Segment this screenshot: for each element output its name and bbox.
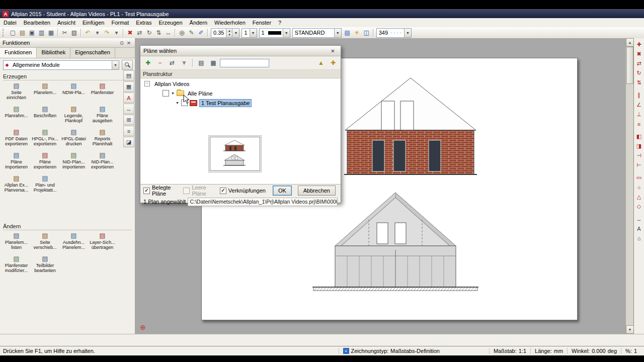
function-tool[interactable]: ▤HPGL-, Pix... exportieren xyxy=(31,128,59,151)
belegte-plaene-checkbox[interactable] xyxy=(143,188,150,194)
function-tool[interactable]: ▤Planrahm... xyxy=(2,105,31,128)
text-functions-icon[interactable]: A xyxy=(123,93,134,103)
parallel-icon[interactable]: ∥ xyxy=(634,90,643,100)
layer-combo[interactable]: STANDARD ▼ xyxy=(292,28,342,38)
tab-funktionen[interactable]: Funktionen xyxy=(0,48,37,58)
function-tool[interactable]: ▤Beschriften xyxy=(31,105,59,128)
dialog-line[interactable] xyxy=(0,334,644,346)
chevron-down-icon[interactable]: ▼ xyxy=(112,61,119,69)
pen-width-spinner[interactable]: ▲▼ xyxy=(226,29,232,37)
polygon-tool-icon[interactable]: △ xyxy=(634,192,643,202)
cancel-button[interactable]: Abbrechen xyxy=(298,186,336,196)
reference-scale-icon[interactable]: ◫ xyxy=(362,28,371,37)
percent-segment[interactable]: %: 1 xyxy=(621,348,641,354)
chevron-down-icon[interactable]: ▼ xyxy=(283,29,290,37)
menu-item-einfgen[interactable]: Einfügen xyxy=(79,19,108,27)
folder-checkbox[interactable] xyxy=(163,90,169,97)
function-tool[interactable]: ▤Plan- und Projektatt... xyxy=(31,174,59,197)
show-all-icon[interactable]: ☀ xyxy=(352,28,362,37)
join-element-icon[interactable]: ◨ xyxy=(634,141,643,151)
list-view-icon[interactable]: ▤ xyxy=(196,58,207,68)
menu-item-fenster[interactable]: Fenster xyxy=(249,19,275,27)
scroll-up-icon[interactable]: ▲ xyxy=(626,38,634,47)
angle-segment[interactable]: Winkel: 0.000 deg xyxy=(567,348,621,354)
circle-tool-icon[interactable]: ○ xyxy=(634,183,643,192)
menu-item-ndern[interactable]: Ändern xyxy=(186,19,211,27)
function-tool[interactable]: ▤Planfenster xyxy=(88,81,117,105)
close-icon[interactable]: ✕ xyxy=(125,38,132,47)
vertical-scrollbar[interactable]: ▲ ▼ xyxy=(625,38,634,334)
function-tool[interactable]: ▤Teilbilder bearbeiten xyxy=(31,254,59,278)
delete-icon[interactable]: ✖ xyxy=(125,28,135,37)
split-element-icon[interactable]: ◧ xyxy=(634,132,643,141)
pen-icon[interactable]: ✎ xyxy=(187,28,196,37)
length-segment[interactable]: Länge: mm xyxy=(530,348,567,354)
drawing-type-segment[interactable]: ≡ Zeichnungstyp: Maßstabs-Definition xyxy=(339,348,444,354)
redo-list-icon[interactable]: ▾ xyxy=(112,28,121,37)
chevron-down-icon[interactable]: ▼ xyxy=(404,29,411,37)
pen-number-combo[interactable]: 349 ···· ▼ xyxy=(376,28,412,38)
chevron-down-icon[interactable]: ▼ xyxy=(334,29,341,37)
filter-icon[interactable]: ▼ xyxy=(179,58,190,68)
menu-item-bearbeiten[interactable]: Bearbeiten xyxy=(20,19,54,27)
text-tool-icon[interactable]: A xyxy=(634,224,643,233)
function-tool[interactable]: ▤NID-Plan... importieren xyxy=(59,151,88,174)
document-new-icon[interactable]: ▦ xyxy=(123,81,134,92)
scroll-down-icon[interactable]: ▼ xyxy=(626,325,634,334)
menu-item-extras[interactable]: Extras xyxy=(132,19,155,27)
collapse-icon[interactable]: − xyxy=(144,81,150,86)
folder-up-icon[interactable]: ▲ xyxy=(315,58,327,68)
ok-button[interactable]: OK xyxy=(273,186,292,196)
move-element-icon[interactable]: ⇄ xyxy=(634,59,643,68)
table-functions-icon[interactable]: ⊞ xyxy=(123,115,134,125)
function-tool[interactable]: ▤Pläne ausgeben xyxy=(88,105,117,128)
undo-list-icon[interactable]: ▾ xyxy=(93,28,102,37)
module-select-combo[interactable]: ◆ Allgemeine Module ▼ xyxy=(3,60,119,70)
function-tool[interactable]: ▤Seite einrichten xyxy=(2,81,31,105)
stretch-icon[interactable]: ↔ xyxy=(164,28,173,37)
update-links-icon[interactable]: ⇄ xyxy=(167,58,178,68)
menu-item-?[interactable]: ? xyxy=(275,19,285,27)
tree-row-folder[interactable]: ▼ Alle Pläne xyxy=(140,89,341,98)
pen-width-combo[interactable]: 0.35 ▲▼ ▼ xyxy=(211,28,239,38)
section-tool-icon[interactable]: ⌂ xyxy=(634,233,643,243)
diamond-tool-icon[interactable]: ◇ xyxy=(634,202,643,211)
offset-icon[interactable]: ≡ xyxy=(634,119,643,129)
rectangle-tool-icon[interactable]: ▭ xyxy=(634,173,643,183)
chevron-down-icon[interactable]: ▼ xyxy=(232,29,239,37)
close-icon[interactable]: ✕ xyxy=(328,47,338,55)
function-tool[interactable]: ▤Pläne importieren xyxy=(2,151,31,174)
tree-row-root[interactable]: − Allplan Videos xyxy=(140,79,341,88)
delete-element-icon[interactable]: ✖ xyxy=(634,49,643,59)
mirror-icon[interactable]: ⇅ xyxy=(154,28,164,37)
function-tool[interactable]: ▤Planelem... listen xyxy=(2,231,31,254)
print-icon[interactable]: ▥ xyxy=(37,28,46,37)
verknuepfungen-checkbox[interactable] xyxy=(220,188,226,194)
redo-icon[interactable]: ↷ xyxy=(102,28,112,37)
tab-bibliothek[interactable]: Bibliothek xyxy=(37,48,70,58)
expanded-arrow-icon[interactable]: ▼ xyxy=(176,101,179,105)
zoom-section-icon[interactable]: ◎ xyxy=(177,28,187,37)
mirror-element-icon[interactable]: ⇅ xyxy=(634,78,643,87)
function-tool[interactable]: ▤NID-Plan... exportieren xyxy=(88,151,117,174)
search-icon[interactable] xyxy=(122,60,133,70)
tree-root-label[interactable]: Allplan Videos xyxy=(153,80,191,87)
menu-item-format[interactable]: Format xyxy=(108,19,132,27)
freehand-icon[interactable]: ✐ xyxy=(196,28,206,37)
tree-row-plan[interactable]: ▼ 1 Test Planausgabe xyxy=(140,99,341,107)
chevron-down-icon[interactable]: ▼ xyxy=(250,29,257,37)
function-tool[interactable]: ▤Reports Planinhalt xyxy=(88,128,117,151)
menu-item-erzeugen[interactable]: Erzeugen xyxy=(155,19,186,27)
angle-icon[interactable]: ∠ xyxy=(634,100,643,110)
line-style-combo[interactable]: 1 ▼ xyxy=(259,28,290,38)
tab-eigenschaften[interactable]: Eigenschaften xyxy=(70,48,115,58)
menu-item-wiederholen[interactable]: Wiederholen xyxy=(211,19,249,27)
function-tool[interactable]: ▤Layer-Sich... übertragen xyxy=(88,231,117,254)
scrollbar-thumb[interactable] xyxy=(626,47,633,84)
move-icon[interactable]: ⇄ xyxy=(135,28,144,37)
dimension-functions-icon[interactable]: ↔ xyxy=(123,104,134,114)
toolbar-grip[interactable] xyxy=(3,29,6,37)
function-tool[interactable]: ▤Planelem... xyxy=(31,81,59,105)
menu-item-datei[interactable]: Datei xyxy=(0,19,20,27)
undo-icon[interactable]: ↶ xyxy=(83,28,93,37)
